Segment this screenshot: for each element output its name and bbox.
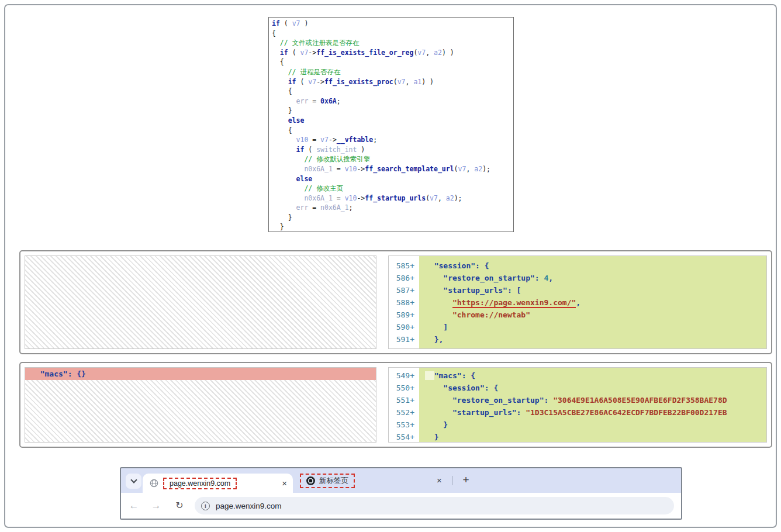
diff-line-number: 588+ [389, 296, 414, 309]
address-url: page.wenxin9.com [216, 502, 282, 510]
diff2-divider [376, 367, 388, 443]
code-segment: if [272, 19, 280, 27]
code-segment: ( [280, 19, 292, 27]
code-line: // 修改主页 [272, 184, 513, 194]
code-segment: v7 [300, 49, 308, 57]
diff-line-number: 585+ [389, 260, 414, 272]
code-segment: a2 [434, 49, 442, 57]
code-line: { [272, 87, 513, 96]
diff-added-line: } [425, 419, 766, 431]
code-segment: } [272, 106, 292, 115]
code-segment: // 文件或注册表是否存在 [272, 39, 360, 47]
code-segment: { [272, 29, 276, 37]
code-segment: "1D3C15A5CBE27E86AC642ECDF7BDFEB22BF00D2… [526, 408, 727, 417]
code-segment: { [272, 87, 292, 95]
diff-added-line: "session": { [425, 382, 766, 394]
code-segment: ; [373, 136, 377, 144]
diff-added-line: "startup_urls": "1D3C15A5CBE27E86AC642EC… [425, 406, 766, 419]
diff-line-number: 553+ [389, 419, 414, 431]
code-line: if ( v7 ) [272, 19, 513, 29]
code-segment: "macs" [434, 371, 462, 380]
reload-button[interactable]: ↻ [171, 498, 188, 514]
tab1-title: page.wenxin9.com [170, 479, 230, 488]
code-segment: = [333, 194, 345, 202]
code-line: err = 0x6A; [272, 96, 513, 106]
code-segment: } [425, 433, 438, 441]
back-button[interactable]: ← [126, 498, 142, 514]
outer-frame: if ( v7 ){ // 文件或注册表是否存在 if ( v7->ff_is_… [4, 4, 777, 528]
tab-page-wenxin9[interactable]: page.wenxin9.com × [143, 474, 293, 493]
tab2-title: 新标签页 [319, 476, 348, 486]
forward-button[interactable]: → [148, 498, 164, 514]
tab1-close-button[interactable]: × [282, 479, 287, 488]
code-segment: err [272, 203, 308, 212]
code-segment: , [466, 165, 474, 173]
code-segment: // 修改默认搜索引擎 [272, 155, 370, 163]
code-segment: : {} [68, 369, 86, 378]
code-segment: // 修改主页 [272, 184, 343, 192]
tab1-title-annotation-box: page.wenxin9.com [163, 478, 237, 489]
diff-added-line: "restore_on_startup": "3064E9E1A6A508E5E… [425, 394, 766, 406]
code-segment: ; [349, 203, 353, 212]
code-segment: a2 [446, 194, 454, 202]
diff-added-line: "chrome://newtab" [425, 309, 766, 321]
browser-toolbar: ← → ↻ i page.wenxin9.com [121, 493, 681, 519]
code-segment: v10 [345, 165, 357, 173]
code-line: if ( v7->ff_is_exists_file_or_reg(v7, a2… [272, 48, 513, 58]
diff2-left-panel: "macs": {} [25, 367, 376, 443]
code-segment: -> [316, 78, 324, 86]
diff2-added-code: "macs": { "session": { "restore_on_start… [419, 368, 766, 442]
diff-line-number: 550+ [389, 382, 414, 394]
code-segment: "chrome://newtab" [452, 310, 530, 319]
code-segment: a1 [413, 78, 421, 86]
code-segment: , [576, 298, 580, 307]
code-line: } [272, 106, 513, 116]
code-segment: -> [357, 165, 365, 173]
code-segment: "startup_urls" [425, 286, 507, 295]
new-tab-page-icon [306, 476, 315, 485]
decompiled-code-block: if ( v7 ){ // 文件或注册表是否存在 if ( v7->ff_is_… [268, 17, 514, 232]
site-info-icon[interactable]: i [201, 502, 210, 510]
diff-added-line: "restore_on_startup": 4, [425, 272, 766, 284]
tab2-close-button[interactable]: × [437, 476, 442, 485]
code-segment: "restore_on_startup" [425, 396, 544, 405]
diff-line-number: 551+ [389, 394, 414, 406]
code-segment: = [308, 97, 320, 105]
code-segment: : [535, 274, 544, 282]
code-segment: = [308, 203, 320, 212]
code-segment: a2 [474, 165, 482, 173]
diff-added-line: ] [425, 321, 766, 333]
code-segment: , [426, 49, 434, 57]
tab-search-button[interactable] [126, 474, 141, 489]
code-line: // 修改默认搜索引擎 [272, 154, 513, 164]
code-segment: switch_int [316, 146, 357, 154]
code-segment: : [517, 408, 526, 417]
code-segment [425, 371, 434, 380]
code-segment: ( [304, 146, 316, 154]
diff-line-number: 587+ [389, 284, 414, 296]
tab2-annotation-box[interactable]: 新标签页 [300, 474, 355, 488]
code-line: { [272, 57, 513, 67]
code-line: // 进程是否存在 [272, 67, 513, 77]
diff-line-number: 586+ [389, 272, 414, 284]
code-line: else [272, 174, 513, 184]
code-segment: }, [425, 335, 443, 344]
code-segment: ff_is_exists_proc [324, 78, 393, 86]
code-segment: err [272, 97, 308, 105]
code-segment: ) [357, 146, 365, 154]
code-segment: , [406, 78, 414, 86]
code-segment: -> [357, 194, 365, 202]
code-segment: v7 [417, 49, 426, 57]
code-segment: v7 [308, 78, 316, 86]
new-tab-button[interactable]: + [458, 472, 474, 488]
code-segment: : [544, 396, 554, 405]
code-segment: : { [462, 371, 475, 380]
code-line: err = n0x6A_1; [272, 203, 513, 213]
code-segment: ( [296, 78, 309, 86]
code-segment: n0x6A_1 [320, 203, 348, 212]
code-segment: "startup_urls" [425, 408, 517, 417]
address-bar[interactable]: i page.wenxin9.com [195, 497, 674, 514]
diff1-left-missing-panel [25, 255, 376, 349]
diff-panel-macs: "macs": {} 549+550+551+552+553+554+ "mac… [19, 362, 772, 448]
code-segment: v10 [272, 136, 308, 144]
